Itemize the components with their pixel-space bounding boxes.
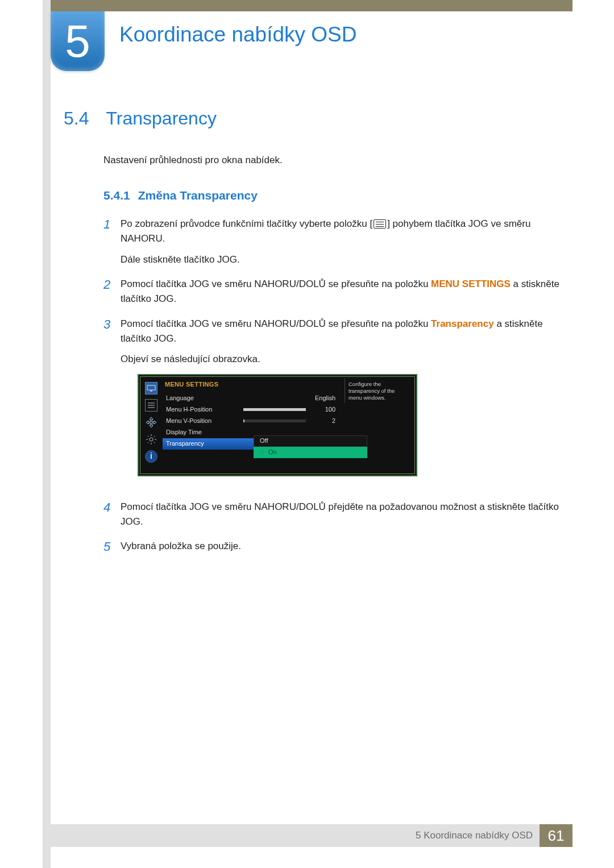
check-icon: ✓ bbox=[260, 447, 265, 457]
section-title: Transparency bbox=[106, 108, 216, 128]
step-number: 5 bbox=[103, 537, 121, 556]
menu-icon bbox=[374, 219, 386, 229]
step-number: 2 bbox=[103, 275, 121, 307]
page-number: 61 bbox=[540, 824, 572, 847]
info-icon: i bbox=[145, 450, 157, 463]
keyword-transparency: Transparency bbox=[431, 318, 494, 329]
step-number: 1 bbox=[103, 215, 121, 267]
step-1: 1 Po zobrazení průvodce funkčními tlačít… bbox=[103, 215, 563, 267]
osd-screenshot: i MENU SETTINGS Language English Menu H-… bbox=[138, 374, 417, 476]
step-extra: Objeví se následující obrazovka. bbox=[121, 352, 563, 367]
osd-row-vpos: Menu V-Position 2 bbox=[163, 416, 342, 427]
step-2: 2 Pomocí tlačítka JOG ve směru NAHORU/DO… bbox=[103, 275, 563, 307]
osd-row-hpos: Menu H-Position 100 bbox=[163, 404, 342, 416]
footer: 5 Koordinace nabídky OSD 61 bbox=[43, 824, 572, 847]
subsection-number: 5.4.1 bbox=[103, 189, 130, 202]
top-accent-bar bbox=[43, 0, 572, 11]
osd-title: MENU SETTINGS bbox=[163, 379, 342, 393]
subsection-title: Změna Transparency bbox=[138, 189, 258, 202]
chapter-title: Koordinace nabídky OSD bbox=[119, 23, 357, 47]
gear-icon bbox=[145, 433, 157, 446]
step-text: Pomocí tlačítka JOG ve směru NAHORU/DOLŮ… bbox=[121, 318, 431, 329]
keyword-menu-settings: MENU SETTINGS bbox=[431, 279, 511, 289]
step-4: 4 Pomocí tlačítka JOG ve směru NAHORU/DO… bbox=[103, 498, 563, 530]
step-3: 3 Pomocí tlačítka JOG ve směru NAHORU/DO… bbox=[103, 315, 563, 490]
osd-value: 100 bbox=[310, 405, 339, 414]
step-number: 4 bbox=[103, 498, 121, 530]
step-text: Pomocí tlačítka JOG ve směru NAHORU/DOLŮ… bbox=[121, 501, 559, 527]
osd-sidebar: i bbox=[142, 379, 160, 472]
osd-help-text: Configure the transparency of the menu w… bbox=[345, 379, 413, 404]
osd-value: English bbox=[310, 393, 339, 403]
list-icon bbox=[145, 399, 157, 412]
monitor-icon bbox=[145, 382, 157, 394]
step-5: 5 Vybraná položka se použije. bbox=[103, 537, 563, 556]
left-gutter bbox=[43, 0, 51, 868]
osd-value: 2 bbox=[310, 416, 339, 426]
step-extra: Dále stiskněte tlačítko JOG. bbox=[121, 252, 563, 267]
osd-row-language: Language English bbox=[163, 393, 342, 404]
svg-point-5 bbox=[150, 438, 153, 441]
osd-option-off: Off bbox=[254, 435, 367, 447]
step-number: 3 bbox=[103, 315, 121, 490]
svg-rect-1 bbox=[150, 391, 152, 392]
step-text: Po zobrazení průvodce funkčními tlačítky… bbox=[121, 218, 372, 229]
section-header: 5.4 Transparency bbox=[64, 108, 563, 129]
osd-label: Menu V-Position bbox=[166, 416, 243, 426]
move-icon bbox=[145, 416, 157, 429]
chapter-number-badge: 5 bbox=[51, 11, 105, 71]
osd-option-on: ✓On bbox=[254, 447, 367, 458]
osd-label: Menu H-Position bbox=[166, 405, 243, 414]
step-text: Pomocí tlačítka JOG ve směru NAHORU/DOLŮ… bbox=[121, 279, 431, 289]
section-intro: Nastavení průhlednosti pro okna nabídek. bbox=[103, 155, 563, 166]
osd-dropdown: Off ✓On bbox=[254, 435, 367, 458]
osd-label: Language bbox=[166, 393, 310, 403]
step-text: Vybraná položka se použije. bbox=[121, 541, 241, 551]
svg-rect-0 bbox=[147, 385, 155, 390]
section-number: 5.4 bbox=[64, 108, 103, 129]
footer-label: 5 Koordinace nabídky OSD bbox=[416, 830, 540, 841]
subsection-header: 5.4.1Změna Transparency bbox=[103, 189, 563, 202]
